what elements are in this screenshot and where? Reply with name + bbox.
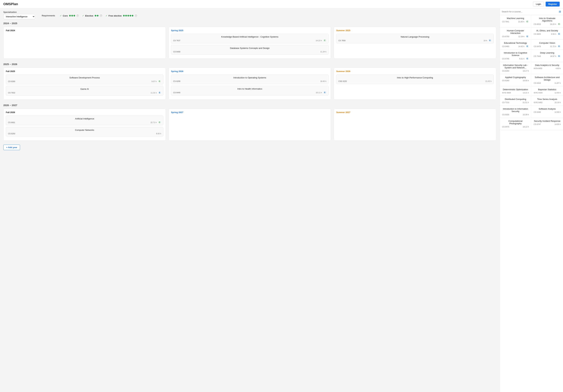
catalog-item[interactable]: Data Analytics & SecurityINTA 64504.63 h (531, 62, 563, 74)
course-right-0-2-0: 10 hE (484, 39, 492, 42)
catalog-item[interactable]: Introduction to Cognitive ScienceCS 6795… (500, 49, 531, 62)
catalog-course-name: Introduction to Cognitive Science (502, 51, 529, 57)
catalog-item[interactable]: Time Series AnalysisISYE 640215.19 h (531, 96, 563, 105)
course-card-1-0-0[interactable]: Software Development ProcessCS 63009.07 … (6, 74, 163, 84)
catalog-item[interactable]: Machine LearningCS 764121.83 hC (500, 15, 531, 27)
course-meta-0-1-1: CS 640011.24 h (173, 51, 326, 53)
core-help-icon[interactable]: ? (77, 14, 79, 17)
catalog-course-hours-badge: 4.63 h (555, 67, 561, 69)
catalog-course-meta: CS 646014.42 hE (502, 45, 529, 47)
course-hours-1-1-0: 18.43 h (320, 80, 326, 82)
catalog-course-name: Educational Technology (502, 42, 529, 44)
course-hours-1-2-0: 21.02 h (485, 80, 492, 82)
course-right-2-0-0: 22.71 hC (150, 121, 161, 123)
catalog-course-name: Deterministic Optimization (502, 88, 529, 91)
semester-card-1-0: Fall 2025Software Development ProcessCS … (3, 68, 166, 100)
catalog-item[interactable]: Human-Computer InteractionCS 675012.19 h… (500, 27, 531, 39)
elective-help-icon[interactable]: ? (100, 14, 102, 17)
course-card-2-0-0[interactable]: Artificial IntelligenceCS 660122.71 hC (6, 116, 163, 125)
course-card-1-2-0[interactable]: Intro to High-Performance ComputingCSE 6… (336, 74, 494, 84)
free-elective-help-icon[interactable]: ? (135, 14, 137, 17)
catalog-course-badge: C (525, 21, 529, 23)
course-badge-0-1-0: C (323, 39, 326, 42)
catalog-item[interactable]: Security Incident ResponseCS 674714.55 h (531, 118, 563, 130)
catalog-item[interactable]: Deterministic OptimizationISYE 666913.21… (500, 86, 531, 96)
course-name-1-2-0: Intro to High-Performance Computing (338, 76, 492, 79)
catalog-item[interactable]: Deep LearningCS 764318.97 hE (531, 49, 563, 62)
catalog-course-code: CS 6475 (502, 126, 509, 128)
course-card-0-2-0[interactable]: Natural Language ProcessingCS 765010 hE (336, 34, 494, 43)
semester-title-0-0: Fall 2024 (6, 29, 163, 32)
filter-icon[interactable]: ⊞ (559, 10, 561, 13)
dot1 (69, 15, 71, 16)
fe-dot1 (123, 15, 125, 16)
semester-card-2-0: Fall 2026Artificial IntelligenceCS 66012… (3, 109, 166, 141)
catalog-item[interactable]: Software AnalysisCS 634012.69 h (531, 106, 563, 118)
catalog-item[interactable]: Computational PhotographyCS 647518.12 h (500, 118, 531, 130)
course-meta-0-1-0: CS 763714.22 hC (173, 39, 326, 42)
catalog-course-hours: 9.31 h (519, 58, 525, 60)
catalog-item[interactable]: Introduction to Information SecurityCS 6… (500, 106, 531, 118)
semester-title-1-1: Spring 2026 (171, 70, 328, 73)
catalog-course-hours: 19.17 h (523, 70, 529, 72)
course-card-0-1-1[interactable]: Database Systems Concepts and DesignCS 6… (171, 45, 328, 55)
course-name-0-1-0: Knowledge-Based Artificial Intelligence … (173, 36, 326, 38)
catalog-course-name: Introduction to Information Security (502, 108, 529, 113)
catalog-row: Distributed ComputingCS 721051.51 hTime … (500, 96, 563, 106)
catalog-course-hours-badge: 9.31 hE (519, 58, 529, 60)
register-button[interactable]: Register (546, 2, 560, 7)
catalog-item[interactable]: Software Architecture and DesignCS 63101… (531, 74, 563, 86)
course-right-1-0-0: 9.07 hC (152, 80, 161, 82)
catalog-course-hours: 18.97 h (550, 55, 556, 57)
free-elective-check: ✓ (105, 14, 108, 17)
course-card-1-0-1[interactable]: Game AICS 763211.31 hE (6, 86, 163, 96)
semesters-row-1: Fall 2025Software Development ProcessCS … (3, 68, 496, 100)
course-name-2-0-0: Artificial Intelligence (8, 117, 161, 120)
catalog-item[interactable]: Intro to Graduate AlgorithmsCS 651519.15… (531, 15, 563, 27)
catalog-course-code: CS 6310 (534, 82, 541, 84)
semester-title-2-0: Fall 2026 (6, 111, 163, 114)
catalog-course-hours: 21.72 h (550, 45, 556, 47)
catalog-course-name: Applied Cryptography (502, 76, 529, 79)
catalog-course-name: Security Incident Response (534, 120, 561, 122)
catalog-course-hours-badge: 13.21 h (523, 92, 529, 94)
specialization-select[interactable]: Interactive Intelligence Machine Learnin… (3, 14, 35, 19)
catalog-item[interactable]: Distributed ComputingCS 721051.51 h (500, 96, 531, 105)
catalog-course-hours-badge: 18.97 hE (550, 55, 561, 57)
req-core: ✓ Core ? (60, 14, 79, 17)
catalog-course-meta: ISYE 640215.19 h (534, 101, 561, 103)
course-right-1-1-1: 10.11 hE (316, 91, 326, 94)
year-section-2: 2026 – 2027Fall 2026Artificial Intellige… (3, 104, 496, 141)
course-meta-0-2-0: CS 765010 hE (338, 39, 492, 42)
course-card-1-1-1[interactable]: Intro to Health InformaticsCS 644010.11 … (171, 86, 328, 95)
catalog-course-name: Intro to Graduate Algorithms (534, 17, 561, 22)
catalog-course-hours-badge: 15.19 h (554, 101, 561, 103)
course-right-1-2-0: 21.02 h (485, 80, 492, 82)
catalog-row: Applied CryptographyCS 626016.55 hSoftwa… (500, 74, 563, 86)
search-input[interactable] (502, 10, 558, 13)
catalog-course-meta: CS 66036.56 hE (534, 33, 561, 35)
catalog-item[interactable]: Information Security Lab - System and Ne… (500, 62, 531, 74)
catalog-course-name: Data Analytics & Security (534, 64, 561, 66)
course-badge-1-1-1: E (323, 91, 326, 94)
catalog-item[interactable]: Applied CryptographyCS 626016.55 h (500, 74, 531, 86)
catalog-item[interactable]: Educational TechnologyCS 646014.42 hE (500, 40, 531, 49)
catalog-row: Educational TechnologyCS 646014.42 hECom… (500, 40, 563, 49)
catalog-item[interactable]: Bayesian StatisticsISYE 642012.93 h (531, 86, 563, 96)
login-button[interactable]: Login (533, 2, 544, 7)
catalog-course-meta: CS 631011.87 h (534, 82, 561, 84)
catalog-item[interactable]: AI, Ethics, and SocietyCS 66036.56 hE (531, 27, 563, 39)
course-meta-1-0-1: CS 763211.31 hE (8, 92, 161, 94)
course-hours-0-1-0: 14.22 h (316, 39, 322, 42)
catalog-item[interactable]: Computer VisionCS 647621.72 hE (531, 40, 563, 49)
catalog-course-code: CS 6515 (534, 23, 541, 25)
add-year-button[interactable]: + Add year (3, 145, 20, 150)
course-card-2-0-1[interactable]: Computer NetworksCS 62508.93 h (6, 127, 163, 136)
catalog-course-name: Distributed Computing (502, 98, 529, 100)
dot2 (71, 15, 73, 16)
catalog-course-meta: INTA 64504.63 h (534, 67, 561, 69)
course-card-0-1-0[interactable]: Knowledge-Based Artificial Intelligence … (171, 34, 328, 43)
course-meta-2-0-1: CS 62508.93 h (8, 133, 161, 135)
course-right-2-0-1: 8.93 h (156, 133, 161, 135)
course-card-1-1-0[interactable]: Introduction to Operating SystemsCS 6200… (171, 74, 328, 84)
